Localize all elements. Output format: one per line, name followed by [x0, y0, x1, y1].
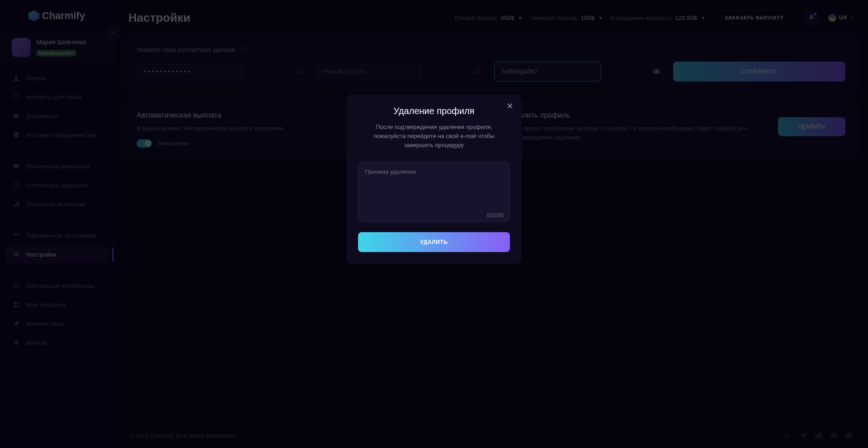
modal-title: Удаление профиля: [358, 106, 510, 116]
modal-delete-button[interactable]: УДАЛИТЬ: [358, 232, 510, 252]
char-counter: 0/2000: [487, 212, 504, 219]
modal-text: После подтверждения удаления профиля, по…: [358, 123, 510, 150]
modal-overlay[interactable]: Удаление профиля После подтверждения уда…: [0, 0, 868, 448]
close-icon: [505, 101, 514, 110]
modal-close-button[interactable]: [505, 101, 514, 110]
delete-profile-modal: Удаление профиля После подтверждения уда…: [346, 94, 522, 264]
